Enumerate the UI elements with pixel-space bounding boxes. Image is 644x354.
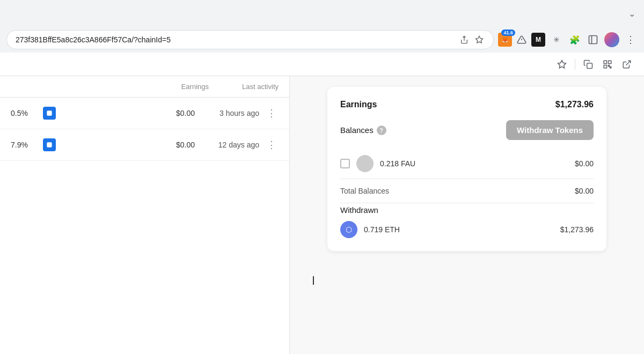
browser-top-bar: ⌄ xyxy=(0,0,644,27)
balances-label: Balances xyxy=(340,126,374,135)
svg-rect-14 xyxy=(47,142,52,147)
metamask-extension-icon[interactable]: 🦊 41.6 xyxy=(498,33,512,47)
row-earnings: $0.00 xyxy=(152,141,195,149)
svg-marker-5 xyxy=(558,60,566,68)
row-percent: 7.9% xyxy=(11,141,38,149)
svg-line-12 xyxy=(626,61,631,65)
withdrawn-value: $1,273.96 xyxy=(560,225,594,234)
svg-rect-3 xyxy=(589,36,597,44)
withdraw-tokens-button[interactable]: Withdraw Tokens xyxy=(506,120,594,140)
row-token-icon xyxy=(43,138,56,151)
balances-label-wrap: Balances ? xyxy=(340,126,386,135)
balances-row: Balances ? Withdraw Tokens xyxy=(340,120,594,140)
svg-rect-11 xyxy=(610,67,611,68)
earnings-header: Earnings $1,273.96 xyxy=(340,100,594,109)
sidebar-toggle-icon[interactable] xyxy=(586,33,600,47)
cursor xyxy=(313,276,314,285)
row-earnings: $0.00 xyxy=(152,109,195,117)
table-row: 0.5% $0.00 3 hours ago ⋮ xyxy=(0,98,289,129)
withdrawn-amount: 0.719 ETH xyxy=(364,225,554,234)
svg-rect-10 xyxy=(609,65,610,66)
token-avatar xyxy=(356,155,374,172)
withdrawn-title: Withdrawn xyxy=(340,205,594,215)
extensions-icon[interactable]: 🧩 xyxy=(568,33,582,47)
withdrawn-section: Withdrawn ⬡ 0.719 ETH $1,273.96 xyxy=(340,205,594,238)
svg-rect-7 xyxy=(604,61,606,63)
svg-rect-8 xyxy=(609,61,611,63)
token-row: 0.218 FAU $0.00 xyxy=(340,149,594,179)
earnings-amount: $1,273.96 xyxy=(555,100,594,109)
token-amount: 0.218 FAU xyxy=(380,159,568,168)
warning-icon[interactable] xyxy=(516,34,527,45)
share-icon[interactable] xyxy=(459,34,470,45)
metamask-badge-count: 41.6 xyxy=(501,30,515,36)
row-percent: 0.5% xyxy=(11,109,38,117)
star-extension-icon[interactable]: ✳ xyxy=(550,33,564,47)
total-balances-value: $0.00 xyxy=(575,187,594,195)
token-value: $0.00 xyxy=(575,159,594,168)
table-row: 7.9% $0.00 12 days ago ⋮ xyxy=(0,129,289,161)
svg-rect-13 xyxy=(47,110,52,115)
activity-col-header: Last activity xyxy=(209,83,279,91)
earnings-title: Earnings xyxy=(340,100,377,109)
total-balances-row: Total Balances $0.00 xyxy=(340,179,594,203)
external-link-icon[interactable] xyxy=(618,56,635,73)
svg-rect-6 xyxy=(587,63,592,68)
row-menu-icon[interactable]: ⋮ xyxy=(265,105,279,121)
browser-address-bar: 273f381BffE5a8c26c3A866Ff57Ca/?chainId=5… xyxy=(0,27,644,53)
browser-toolbar xyxy=(0,53,644,76)
toolbar-divider xyxy=(575,59,575,70)
row-token-icon xyxy=(43,107,56,120)
profile-avatar[interactable] xyxy=(604,32,619,47)
token-checkbox[interactable] xyxy=(340,159,350,168)
left-panel: Earnings Last activity 0.5% $0.00 3 hour… xyxy=(0,76,290,354)
address-text: 273f381BffE5a8c26c3A866Ff57Ca/?chainId=5 xyxy=(16,35,455,44)
total-balances-label: Total Balances xyxy=(340,187,389,195)
row-menu-icon[interactable]: ⋮ xyxy=(265,137,279,153)
earnings-card: Earnings $1,273.96 Balances ? Withdraw T… xyxy=(327,87,606,251)
m-extension-icon[interactable]: M xyxy=(531,33,545,47)
menu-dots-icon[interactable]: ⋮ xyxy=(624,32,638,48)
row-activity: 3 hours ago xyxy=(200,109,259,117)
svg-marker-0 xyxy=(475,36,482,43)
qr-code-icon[interactable] xyxy=(599,56,616,73)
star-icon[interactable] xyxy=(474,34,485,45)
chevron-down-icon[interactable]: ⌄ xyxy=(626,6,638,21)
bookmark-icon[interactable] xyxy=(553,56,570,73)
earnings-col-header: Earnings xyxy=(155,83,209,91)
eth-avatar: ⬡ xyxy=(340,221,357,238)
copy-icon[interactable] xyxy=(580,56,597,73)
address-bar-input[interactable]: 273f381BffE5a8c26c3A866Ff57Ca/?chainId=5 xyxy=(6,30,494,49)
right-panel: Earnings $1,273.96 Balances ? Withdraw T… xyxy=(290,76,644,354)
table-header: Earnings Last activity xyxy=(0,76,289,98)
withdrawn-row: ⬡ 0.719 ETH $1,273.96 xyxy=(340,221,594,238)
browser-frame: ⌄ 273f381BffE5a8c26c3A866Ff57Ca/?chainId… xyxy=(0,0,644,77)
page-content: Earnings Last activity 0.5% $0.00 3 hour… xyxy=(0,76,644,354)
svg-rect-9 xyxy=(604,65,606,68)
row-activity: 12 days ago xyxy=(200,141,259,149)
help-icon[interactable]: ? xyxy=(377,126,386,135)
